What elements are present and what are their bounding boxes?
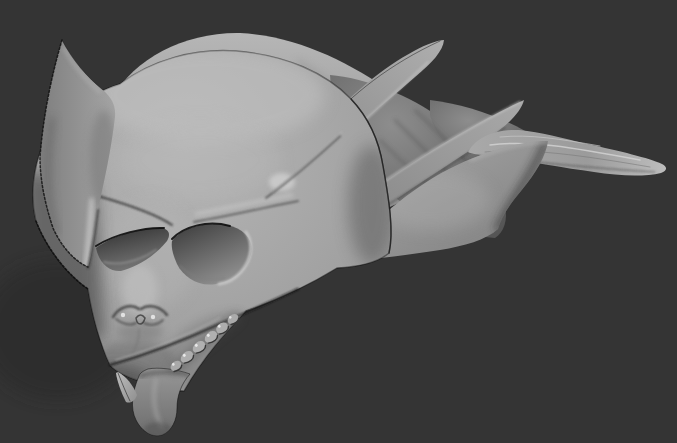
brow-boss-highlight	[269, 173, 295, 191]
sculpt-viewport[interactable]	[0, 0, 677, 443]
nostril-glint-left	[121, 313, 125, 317]
nostril-glint-right	[151, 315, 155, 319]
viewport-canvas[interactable]	[0, 0, 677, 443]
